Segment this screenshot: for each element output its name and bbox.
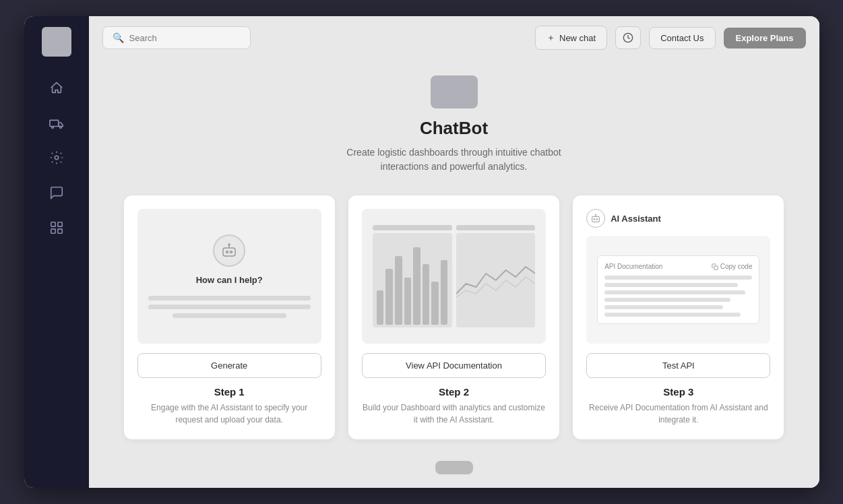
api-doc-card: API Documentation Copy code xyxy=(597,255,759,324)
wave-svg xyxy=(456,260,536,301)
bar1 xyxy=(377,290,384,325)
steps-row: How can I help? Generate Step 1 Engage w… xyxy=(124,195,784,439)
step2-charts xyxy=(373,225,535,327)
api-doc-lines xyxy=(604,276,752,317)
api-doc-label: API Documentation xyxy=(604,263,662,270)
history-button[interactable] xyxy=(615,26,641,49)
app-frame: 🔍 ＋ New chat Contact Us Explore Plans xyxy=(24,16,819,488)
step2-wave-chart xyxy=(456,225,536,327)
bar2 xyxy=(385,269,393,325)
chat-icon xyxy=(49,185,64,200)
step3-visual: API Documentation Copy code xyxy=(586,236,770,344)
history-icon xyxy=(623,32,633,43)
chatbot-title: ChatBot xyxy=(420,118,488,139)
step2-label: Step 2 xyxy=(362,386,546,398)
ai-assistant-title: AI Assistant xyxy=(611,214,661,224)
body-content: ChatBot Create logistic dashboards throu… xyxy=(89,59,819,488)
truck-icon xyxy=(49,115,64,130)
svg-point-14 xyxy=(594,218,595,220)
step3-info: Step 3 Receive API Documentation from AI… xyxy=(586,386,770,426)
step3-ai-header: AI Assistant xyxy=(586,209,770,228)
start-button[interactable] xyxy=(435,461,473,474)
step-card-1: How can I help? Generate Step 1 Engage w… xyxy=(124,195,335,439)
svg-rect-0 xyxy=(49,120,58,126)
doc-line4 xyxy=(604,298,730,302)
line1 xyxy=(148,296,311,301)
sidebar-item-home[interactable] xyxy=(42,73,71,102)
svg-point-16 xyxy=(595,214,596,215)
new-chat-button[interactable]: ＋ New chat xyxy=(535,26,607,50)
sidebar-item-chat[interactable] xyxy=(42,178,71,208)
sidebar-logo xyxy=(42,27,71,57)
bar8 xyxy=(441,260,448,325)
step3-label: Step 3 xyxy=(586,386,770,398)
explore-label: Explore Plans xyxy=(736,33,794,43)
step1-desc: Engage with the AI Assistant to specify … xyxy=(137,402,321,426)
svg-rect-7 xyxy=(57,229,61,233)
sidebar-item-analytics[interactable] xyxy=(42,213,71,243)
sidebar xyxy=(24,16,89,488)
home-icon xyxy=(49,80,64,95)
ai-bot-icon xyxy=(586,209,605,228)
svg-point-3 xyxy=(55,156,59,160)
svg-point-2 xyxy=(59,127,61,129)
chatbot-logo xyxy=(431,75,478,108)
analytics-icon xyxy=(49,220,64,235)
generate-button[interactable]: Generate xyxy=(137,353,321,378)
bar7 xyxy=(431,282,439,325)
search-bar[interactable]: 🔍 xyxy=(102,26,251,49)
header: 🔍 ＋ New chat Contact Us Explore Plans xyxy=(89,16,819,59)
bar4 xyxy=(404,278,412,325)
svg-point-15 xyxy=(596,218,598,220)
svg-point-1 xyxy=(51,127,53,129)
contact-label: Contact Us xyxy=(660,33,704,43)
bar3 xyxy=(395,256,402,325)
doc-line6 xyxy=(604,313,741,317)
bar-chart-container xyxy=(373,233,452,327)
doc-line3 xyxy=(604,290,745,294)
svg-rect-9 xyxy=(223,248,235,256)
doc-line2 xyxy=(604,283,737,287)
doc-line5 xyxy=(604,305,722,309)
test-api-button[interactable]: Test API xyxy=(586,353,770,378)
settings-icon xyxy=(49,150,64,165)
step3-desc: Receive API Documentation from AI Assist… xyxy=(586,402,770,426)
plus-icon: ＋ xyxy=(547,32,555,44)
search-input[interactable] xyxy=(129,33,241,43)
doc-line1 xyxy=(604,276,752,280)
step1-lines xyxy=(148,296,311,318)
step2-bar-chart xyxy=(373,225,452,327)
step2-top-bar xyxy=(373,225,452,230)
new-chat-label: New chat xyxy=(559,33,596,43)
step2-visual xyxy=(362,209,546,344)
svg-point-10 xyxy=(226,251,228,253)
step1-card-question: How can I help? xyxy=(196,275,263,285)
bar6 xyxy=(423,264,430,325)
svg-rect-6 xyxy=(51,229,55,233)
view-api-docs-button[interactable]: View API Documentation xyxy=(362,353,546,378)
sidebar-item-settings[interactable] xyxy=(42,143,71,172)
step2-desc: Build your Dashboard with analytics and … xyxy=(362,402,546,426)
copy-icon xyxy=(712,263,718,270)
api-doc-header: API Documentation Copy code xyxy=(604,263,752,270)
svg-rect-4 xyxy=(51,222,55,226)
wave-chart xyxy=(456,233,536,327)
step1-info: Step 1 Engage with the AI Assistant to s… xyxy=(137,386,321,426)
line3 xyxy=(173,313,286,318)
sidebar-item-delivery[interactable] xyxy=(42,108,71,137)
step-card-2: View API Documentation Step 2 Build your… xyxy=(348,195,559,439)
svg-rect-17 xyxy=(714,265,717,269)
robot-icon xyxy=(590,213,601,224)
line2 xyxy=(148,305,311,309)
svg-point-12 xyxy=(228,244,230,245)
chatbot-description: Create logistic dashboards through intui… xyxy=(326,146,582,174)
bar5 xyxy=(413,247,420,325)
explore-plans-button[interactable]: Explore Plans xyxy=(724,28,806,49)
main-area: 🔍 ＋ New chat Contact Us Explore Plans xyxy=(89,16,819,488)
search-icon: 🔍 xyxy=(113,32,124,43)
step2-right-top-bar xyxy=(456,225,536,230)
copy-code-button[interactable]: Copy code xyxy=(712,263,753,270)
step1-visual: How can I help? xyxy=(137,209,321,344)
step-card-3: AI Assistant API Documentation Copy code xyxy=(573,195,784,439)
contact-button[interactable]: Contact Us xyxy=(649,27,715,49)
